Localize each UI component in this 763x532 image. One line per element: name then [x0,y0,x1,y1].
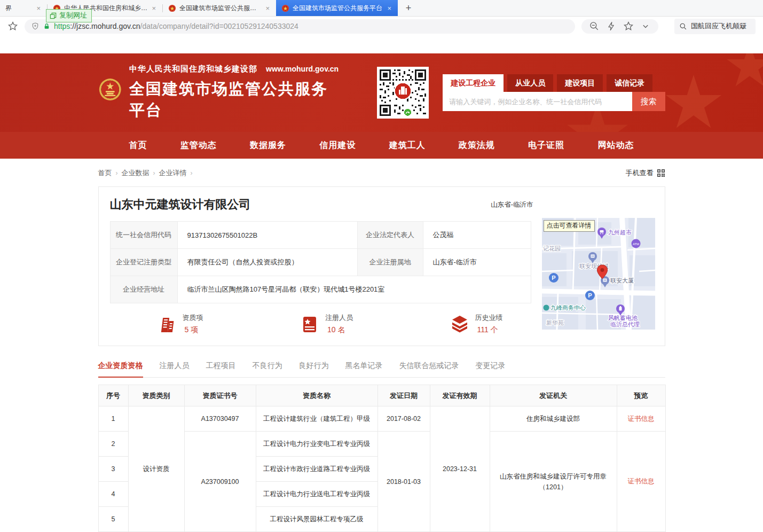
company-region: 山东省-临沂市 [491,200,533,209]
site-favicon-icon [281,4,289,12]
tab-good-behavior[interactable]: 良好行为 [299,361,329,377]
nav-item-workers[interactable]: 建筑工人 [389,140,426,151]
nav-item-data-service[interactable]: 数据服务 [250,140,286,151]
map-label-business-center: 九峰商务中心 [550,304,586,311]
nav-item-home[interactable]: 首页 [129,140,147,151]
certificate-info-link[interactable]: 证书信息 [628,415,655,423]
stat-value: 10 名 [325,325,353,335]
nav-item-e-license[interactable]: 电子证照 [528,140,564,151]
legal-rep-label: 企业法定代表人 [357,222,423,249]
zoom-out-icon[interactable] [589,21,600,32]
credit-code-label: 统一社会信用代码 [110,222,177,249]
tab-title: 全国建筑市场监管公共服务平台 [179,4,261,13]
layers-icon [450,314,470,335]
search-tab-credit[interactable]: 诚信记录 [607,74,652,92]
search-tab-project[interactable]: 建设项目 [557,74,603,92]
col-preview: 预览 [617,385,665,406]
tab-change-records[interactable]: 变更记录 [476,361,506,377]
nav-item-supervision[interactable]: 监管动态 [180,140,217,151]
search-tab-enterprise[interactable]: 建设工程企业 [443,74,504,92]
company-info-table: 统一社会信用代码 91371302675501022B 企业法定代表人 公茂福 … [110,221,531,303]
info-row: 企业登记注册类型 有限责任公司（自然人投资或控股） 企业注册属地 山东省-临沂市 [110,249,531,276]
cell-issue-date: 2017-08-02 [377,406,430,432]
nav-item-credit[interactable]: 信用建设 [319,140,356,151]
search-tab-personnel[interactable]: 从业人员 [507,74,553,92]
authority-line2: （1201） [493,482,613,492]
tab-bad-behavior[interactable]: 不良行为 [253,361,282,377]
mobile-view-button[interactable]: 手机查看 [626,168,665,178]
nav-item-policy[interactable]: 政策法规 [459,140,495,151]
favorite-star-icon[interactable] [623,21,634,32]
authority-line1: 山东省住房和城乡建设厅许可专用章 [493,471,613,482]
new-tab-button[interactable]: + [398,0,419,16]
site-title: 全国建筑市场监管公共服务平台 [129,79,344,121]
company-location-map[interactable]: 点击可查看详情 [542,218,655,330]
stat-label: 注册人员 [325,313,353,323]
cell-cert-name: 工程设计建筑行业（建筑工程）甲级 [256,406,377,432]
tab-close-icon[interactable]: × [151,4,157,12]
shield-icon[interactable] [31,22,40,30]
lightning-icon[interactable] [606,21,617,32]
breadcrumb-home[interactable]: 首页 [98,168,112,178]
stat-history-performance: 历史业绩 111 个 [450,313,503,335]
breadcrumb-company-data[interactable]: 企业数据 [122,168,150,178]
browser-tab-cut[interactable]: 界 × [0,0,47,16]
reg-area-value: 山东省-临沂市 [423,249,531,276]
lock-icon [43,22,50,30]
credit-code-value: 91371302675501022B [177,222,357,249]
map-label-garden: 记花园 [543,245,561,252]
map-label-xinhua: 新华苑 [546,319,564,326]
header-qr-code [377,67,429,119]
map-label-supermarket: 九州超市 [608,229,632,236]
tab-close-icon[interactable]: × [264,4,271,12]
tab-dishonesty[interactable]: 失信联合惩戒记录 [399,361,459,377]
keyword-search-input[interactable] [443,92,632,111]
search-icon [679,22,687,30]
browser-tab-jzsc[interactable]: 全国建筑市场监管公共服务平台 × [163,0,276,16]
cell-validity: 2023-12-31 [430,406,490,532]
tab-close-icon[interactable]: × [386,4,392,12]
cell-index: 4 [98,482,128,507]
qr-mini-icon [657,169,665,177]
cell-cert-no: A137030497 [184,406,256,432]
ministry-name: 中华人民共和国住房和城乡建设部 [129,64,257,73]
tab-projects[interactable]: 工程项目 [206,361,236,377]
url-action-icons [581,19,658,34]
chevron-down-icon[interactable] [640,21,651,32]
browser-url-bar: https://jzsc.mohurd.gov.cn/data/company/… [0,17,763,36]
chrome-gap [0,36,763,53]
tab-qualifications[interactable]: 企业资质资格 [98,361,143,378]
url-scheme: https [54,22,70,30]
cell-index: 3 [98,457,128,482]
site-banner: 中华人民共和国住房和城乡建设部www.mohurd.gov.cn 全国建筑市场监… [0,53,763,132]
copy-url-tooltip[interactable]: 复制网址 [46,9,92,22]
cell-preview: 证书信息 [617,432,665,532]
breadcrumb-separator: › [116,169,118,177]
tab-close-icon[interactable]: × [35,4,42,12]
certificate-info-link[interactable]: 证书信息 [628,478,655,485]
stat-registered-personnel: 注册人员 10 名 [300,313,353,335]
cell-issue-date: 2018-01-03 [377,432,430,532]
mobile-view-label: 手机查看 [626,168,654,178]
stat-qualifications: 资质项 5 项 [157,313,203,335]
address-field[interactable]: https://jzsc.mohurd.gov.cn/data/company/… [25,19,575,34]
breadcrumb-separator: › [153,169,155,177]
cell-index: 2 [98,432,128,457]
map-label-battery-line2: 临沂总代理 [610,321,640,327]
breadcrumb: 首页 › 企业数据 › 企业详情 › 手机查看 [98,159,665,178]
tab-blacklist[interactable]: 黑名单记录 [345,361,383,377]
tab-registered-personnel[interactable]: 注册人员 [160,361,190,377]
table-row: 1 设计资质 A137030497 工程设计建筑行业（建筑工程）甲级 2017-… [98,406,665,432]
bookmark-star-icon[interactable] [7,21,18,32]
map-label-parking: P [552,275,555,281]
nav-item-site-news[interactable]: 网站动态 [597,140,634,151]
url-text: https://jzsc.mohurd.gov.cn/data/company/… [54,22,298,30]
browser-search-box[interactable]: 国航回应飞机颠簸 [674,19,756,34]
col-validity: 发证有效期 [430,385,490,406]
browser-tab-active[interactable]: 全国建筑市场监管公共服务平台 × [276,0,398,16]
legal-rep-value: 公茂福 [423,222,531,249]
search-button[interactable]: 搜索 [632,92,665,111]
site-favicon-icon [168,4,176,12]
col-authority: 发证机关 [490,385,617,406]
stat-value: 5 项 [183,325,203,335]
